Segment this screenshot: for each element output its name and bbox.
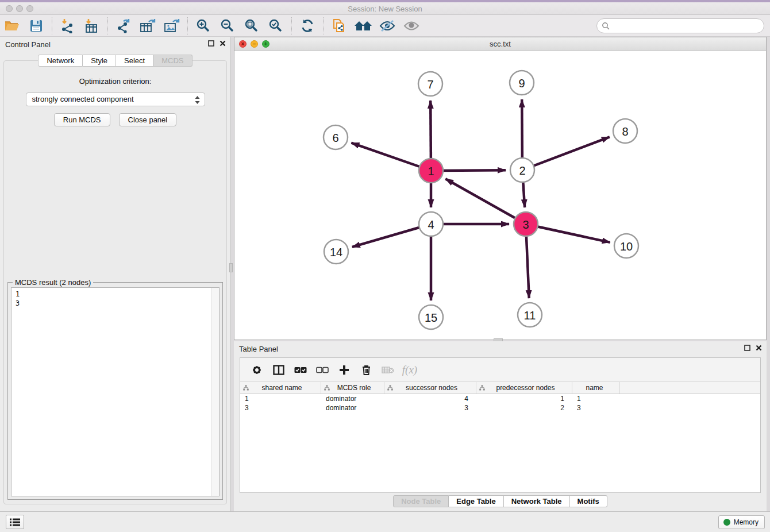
- graph-node-label: 10: [620, 240, 633, 253]
- hide-selected-eye-slash-icon[interactable]: [375, 16, 399, 36]
- network-canvas[interactable]: 7968124314101511: [234, 51, 766, 340]
- graph-node-label: 4: [428, 218, 434, 231]
- tab-mcds[interactable]: MCDS: [153, 55, 192, 67]
- cell-predecessor-nodes[interactable]: 1: [476, 394, 572, 403]
- tab-style[interactable]: Style: [83, 55, 116, 67]
- import-table-icon[interactable]: [80, 16, 104, 36]
- deselect-all-icon[interactable]: [311, 361, 333, 379]
- graph-node-label: 7: [427, 78, 433, 91]
- zoom-out-icon[interactable]: [215, 16, 240, 36]
- network-window-titlebar[interactable]: × – + scc.txt: [234, 37, 766, 51]
- toolbar-separator: [323, 17, 324, 34]
- float-table-panel-icon[interactable]: [744, 345, 750, 351]
- settings-gear-icon[interactable]: [246, 361, 268, 379]
- delete-trash-icon[interactable]: [355, 361, 377, 379]
- table-panel-header: Table Panel: [234, 341, 767, 356]
- result-scrollbar[interactable]: [211, 288, 219, 496]
- close-panel-icon[interactable]: [220, 40, 226, 47]
- search-icon: [602, 22, 610, 30]
- column-header-predecessor-nodes[interactable]: predecessor nodes: [476, 382, 572, 394]
- graph-edge-3-1[interactable]: [445, 179, 526, 224]
- show-all-eye-icon[interactable]: [399, 16, 424, 36]
- cell-shared-name[interactable]: 1: [240, 394, 321, 403]
- first-neighbors-home-icon[interactable]: [351, 16, 375, 36]
- graph-node-label: 8: [622, 125, 628, 138]
- toggle-panel-icon[interactable]: [268, 361, 290, 379]
- mcds-result-title: MCDS result (2 nodes): [13, 278, 93, 287]
- mcds-result-textarea[interactable]: 1 3: [11, 287, 220, 496]
- float-panel-icon[interactable]: [208, 40, 214, 47]
- export-image-icon[interactable]: [160, 16, 184, 36]
- graph-edge-3-10[interactable]: [526, 224, 610, 242]
- open-file-icon[interactable]: [0, 16, 24, 36]
- cell-predecessor-nodes[interactable]: 2: [476, 403, 572, 413]
- criterion-dropdown[interactable]: strongly connected component: [26, 92, 205, 106]
- tab-node-table[interactable]: Node Table: [393, 495, 449, 507]
- zoom-in-icon[interactable]: [191, 16, 215, 36]
- toolbar-separator: [107, 17, 108, 34]
- column-header-successor-nodes[interactable]: successor nodes: [384, 382, 476, 394]
- cell-shared-name[interactable]: 3: [240, 403, 321, 413]
- table-header-row: shared nameMCDS rolesuccessor nodesprede…: [240, 382, 760, 394]
- refresh-layout-icon[interactable]: [295, 16, 319, 36]
- tab-network-table[interactable]: Network Table: [504, 495, 570, 507]
- tab-motifs[interactable]: Motifs: [570, 495, 607, 507]
- export-network-icon[interactable]: [111, 16, 136, 36]
- status-bar: Memory: [0, 511, 770, 532]
- delete-table-icon[interactable]: [377, 361, 399, 379]
- export-table-icon[interactable]: [136, 16, 160, 36]
- memory-button[interactable]: Memory: [718, 515, 765, 529]
- save-session-icon[interactable]: [24, 16, 48, 36]
- cell-successor-nodes[interactable]: 3: [384, 403, 476, 413]
- mcds-result-values: 1 3: [11, 288, 219, 308]
- graph-node-label: 2: [519, 164, 525, 177]
- run-mcds-button[interactable]: Run MCDS: [54, 113, 110, 126]
- tab-edge-table[interactable]: Edge Table: [449, 495, 503, 507]
- tab-network[interactable]: Network: [38, 55, 83, 67]
- table-toolbar: f(x): [240, 358, 760, 382]
- criterion-dropdown-value: strongly connected component: [32, 95, 134, 103]
- zoom-fit-icon[interactable]: [240, 16, 264, 36]
- cell-MCDS-role[interactable]: dominator: [321, 403, 384, 413]
- table-panel: Table Panel: [234, 341, 767, 511]
- column-header-MCDS-role[interactable]: MCDS role: [321, 382, 384, 394]
- search-input[interactable]: [596, 18, 764, 33]
- graph-node-label: 11: [524, 309, 536, 322]
- graph-edge-2-8[interactable]: [522, 137, 610, 170]
- column-header-shared-name[interactable]: shared name: [240, 382, 321, 394]
- tab-select[interactable]: Select: [116, 55, 153, 67]
- graph-node-label: 9: [518, 77, 525, 90]
- optimization-criterion-label: Optimization criterion:: [4, 77, 226, 86]
- cell-name[interactable]: 3: [572, 403, 620, 413]
- graph-node-label: 14: [330, 246, 342, 259]
- cell-name[interactable]: 1: [572, 394, 620, 403]
- add-column-icon[interactable]: [333, 361, 355, 379]
- hierarchy-icon: [387, 385, 393, 391]
- dropdown-chevrons-icon: [194, 95, 201, 109]
- graph-node-label: 3: [522, 218, 529, 231]
- table-row[interactable]: 1dominator411: [240, 394, 760, 403]
- function-builder-icon[interactable]: f(x): [399, 361, 421, 379]
- network-view-window: × – + scc.txt 7968124314101511: [234, 37, 767, 340]
- close-table-panel-icon[interactable]: [756, 345, 762, 351]
- import-network-icon[interactable]: [56, 16, 80, 36]
- control-panel-header: Control Panel: [0, 37, 230, 52]
- hierarchy-icon: [324, 385, 330, 391]
- hierarchy-icon: [479, 385, 485, 391]
- graph-node-label: 1: [428, 165, 434, 178]
- toolbar-separator: [291, 17, 292, 34]
- vertical-splitter-handle[interactable]: [229, 263, 233, 272]
- memory-status-icon: [723, 519, 730, 526]
- network-window-title: scc.txt: [234, 40, 766, 48]
- cell-MCDS-role[interactable]: dominator: [321, 394, 384, 403]
- control-panel: Control Panel NetworkStyleSelectMCDS Opt…: [0, 37, 231, 511]
- cell-successor-nodes[interactable]: 4: [384, 394, 476, 403]
- select-all-icon[interactable]: [290, 361, 311, 379]
- task-history-button[interactable]: [6, 515, 24, 529]
- table-row[interactable]: 3dominator323: [240, 403, 760, 413]
- column-header-name[interactable]: name: [572, 382, 620, 394]
- toolbar-separator: [52, 17, 52, 34]
- zoom-selected-icon[interactable]: [264, 16, 288, 36]
- close-panel-button[interactable]: Close panel: [119, 113, 177, 126]
- clone-network-icon[interactable]: [327, 16, 351, 36]
